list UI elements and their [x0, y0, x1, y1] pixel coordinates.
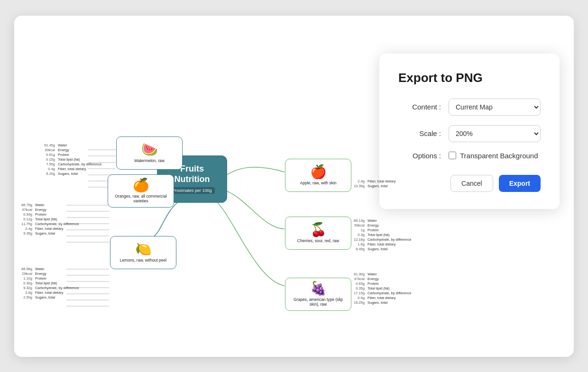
- cherries-node: 🍒 Cherries, sour, red, raw: [285, 217, 351, 250]
- watermelon-data: 91.45gWater 30kcalEnergy 0.61gProtein 0.…: [43, 143, 103, 176]
- lemons-data: 88.98gWater 29kcalEnergy 1.10gProtein 0.…: [20, 267, 80, 300]
- transparent-bg-label[interactable]: Transparent Background: [460, 152, 538, 160]
- watermelon-label: Watermelon, raw: [134, 158, 165, 163]
- grapes-node: 🍇 Grapes, american type (slip skin), raw: [285, 278, 351, 311]
- lemons-label: Lemons, raw, without peel: [120, 258, 166, 263]
- cherries-emoji: 🍒: [310, 223, 327, 236]
- export-panel: Export to PNG Content : Current Map Sele…: [379, 54, 560, 209]
- transparent-bg-checkbox[interactable]: [449, 152, 456, 159]
- content-label: Content :: [398, 103, 441, 111]
- scale-select[interactable]: 50% 100% 150% 200% 300%: [449, 125, 541, 142]
- scale-row: Scale : 50% 100% 150% 200% 300%: [398, 125, 541, 142]
- options-label: Options :: [398, 152, 441, 160]
- lemons-emoji: 🍋: [135, 243, 152, 256]
- apple-label: Apple, raw, with skin: [300, 181, 336, 185]
- transparent-bg-wrapper: Transparent Background: [449, 152, 538, 160]
- oranges-emoji: 🍊: [133, 179, 149, 192]
- oranges-data: 86.75gWater 47kcalEnergy 0.94gProtein 0.…: [20, 203, 80, 236]
- watermelon-node: 🍉 Watermelon, raw: [116, 136, 183, 170]
- apple-data: 2.4gFiber, total dietary 10.39gSugars, t…: [352, 179, 397, 189]
- scale-label: Scale :: [398, 129, 441, 137]
- mindmap-area: Fruits Nutrition Proximates per 100g 🍉 W…: [14, 16, 346, 357]
- export-panel-title: Export to PNG: [398, 71, 541, 85]
- options-row: Options : Transparent Background: [398, 152, 541, 160]
- grapes-label: Grapes, american type (slip skin), raw: [289, 297, 347, 307]
- lemons-node: 🍋 Lemons, raw, without peel: [110, 236, 176, 269]
- center-node-subtitle: Proximates per 100g: [169, 187, 214, 194]
- export-button[interactable]: Export: [499, 175, 541, 192]
- oranges-node: 🍊 Oranges, raw, all commercial varieties: [108, 174, 174, 208]
- watermelon-emoji: 🍉: [141, 143, 158, 156]
- content-row: Content : Current Map Selected Nodes Ful…: [398, 99, 541, 116]
- content-select[interactable]: Current Map Selected Nodes Full Map: [449, 99, 541, 116]
- grapes-emoji: 🍇: [310, 282, 327, 295]
- cherries-label: Cherries, sour, red, raw: [297, 238, 339, 243]
- button-row: Cancel Export: [398, 175, 541, 192]
- cancel-button[interactable]: Cancel: [450, 175, 493, 192]
- apple-emoji: 🍎: [310, 165, 327, 179]
- cherries-data: 86.13gWater 50kcalEnergy 1gProtein 0.3gT…: [352, 218, 413, 252]
- oranges-label: Oranges, raw, all commercial varieties: [112, 194, 170, 203]
- apple-node: 🍎 Apple, raw, with skin: [285, 159, 351, 192]
- main-container: Fruits Nutrition Proximates per 100g 🍉 W…: [14, 16, 574, 357]
- grapes-data: 81.30gWater 67kcalEnergy 0.63gProtein 0.…: [352, 272, 413, 305]
